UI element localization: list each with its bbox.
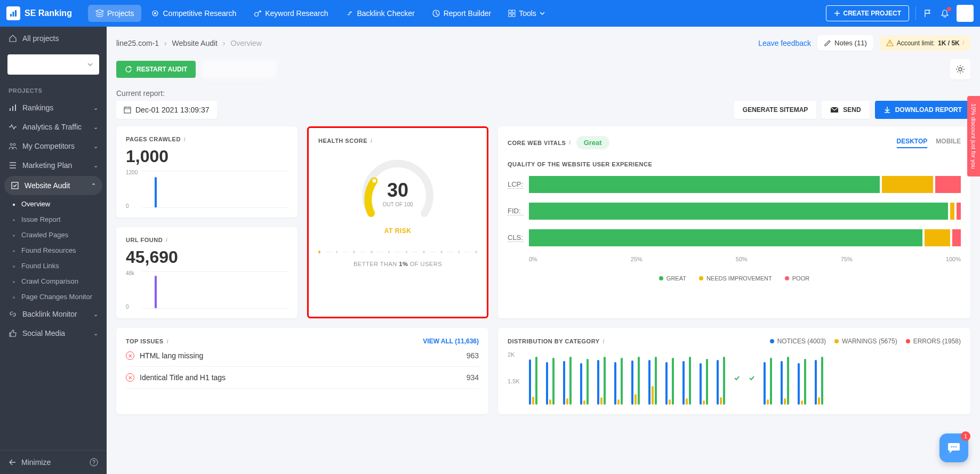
restart-audit-button[interactable]: RESTART AUDIT [116, 61, 196, 78]
project-select[interactable] [7, 54, 99, 75]
chat-icon [947, 441, 961, 454]
distribution-column [529, 351, 537, 405]
distribution-column [648, 351, 657, 405]
create-project-button[interactable]: CREATE PROJECT [826, 5, 909, 21]
distribution-column [815, 351, 823, 405]
sidebar-sub-page-changes[interactable]: Page Changes Monitor [0, 289, 107, 304]
cwv-mobile-tab[interactable]: MOBILE [936, 138, 961, 148]
svg-rect-0 [10, 14, 12, 17]
percentile-indicator [318, 251, 477, 253]
svg-rect-12 [12, 106, 13, 111]
cwv-desktop-tab[interactable]: DESKTOP [897, 138, 928, 148]
check-icon [749, 375, 755, 381]
cwv-metric-row: FID: [508, 203, 961, 220]
svg-point-14 [10, 143, 12, 146]
nav-tools[interactable]: Tools [501, 5, 552, 22]
cwv-metric-row: CLS: [508, 229, 961, 246]
check-icon [734, 375, 740, 381]
download-icon [883, 106, 891, 114]
cwv-legend: GREAT NEEDS IMPROVEMENT POOR [508, 275, 961, 282]
breadcrumb: line25.com-1 › Website Audit › Overview [116, 39, 262, 47]
svg-point-4 [154, 12, 156, 14]
info-icon[interactable]: i [603, 339, 605, 344]
chevron-down-icon [540, 12, 545, 15]
cwv-scale: 0%25%50%75%100% [508, 256, 961, 262]
info-icon[interactable]: i [166, 237, 167, 243]
svg-rect-7 [509, 10, 511, 13]
nav-report[interactable]: Report Builder [424, 5, 499, 22]
refresh-icon [125, 66, 132, 73]
health-status: AT RISK [384, 227, 412, 235]
notification-dot [947, 7, 951, 11]
svg-point-23 [951, 446, 953, 448]
distribution-column [563, 351, 572, 405]
pages-crawled-chart: 1200 0 [126, 171, 288, 208]
current-report-label: Current report: [116, 89, 217, 98]
chat-badge: 1 [961, 431, 970, 441]
generate-sitemap-button[interactable]: GENERATE SITEMAP [734, 101, 816, 119]
pages-crawled-card: PAGES CRAWLEDi 1,000 1200 0 [116, 126, 298, 218]
crumb-audit[interactable]: Website Audit [172, 39, 218, 47]
issue-row[interactable]: ✕Identical Title and H1 tags934 [126, 367, 479, 389]
sidebar-analytics[interactable]: Analytics & Traffic⌄ [0, 117, 107, 136]
nav-keyword[interactable]: Keyword Research [246, 5, 335, 22]
sidebar-social-media[interactable]: Social Media⌄ [0, 324, 107, 343]
info-icon[interactable]: i [371, 138, 372, 144]
gear-icon [955, 64, 966, 75]
notes-button[interactable]: Notes (11) [817, 35, 873, 51]
avatar[interactable] [957, 5, 974, 22]
flag-icon[interactable] [922, 8, 933, 19]
svg-rect-20 [124, 107, 131, 113]
cwv-metric-row: LCP: [508, 176, 961, 193]
discount-tab[interactable]: 10% discount just for you [967, 96, 980, 176]
info-icon[interactable]: i [167, 339, 168, 344]
sidebar-sub-issue-report[interactable]: Issue Report [0, 212, 107, 227]
svg-rect-13 [15, 105, 16, 111]
sidebar-sub-crawl-comparison[interactable]: Crawl Comparison [0, 274, 107, 289]
nav-competitive[interactable]: Competitive Research [143, 5, 244, 22]
chevron-down-icon [87, 63, 93, 66]
sidebar-all-projects[interactable]: All projects [0, 27, 107, 50]
issue-row[interactable]: ✕HTML lang missing963 [126, 345, 479, 367]
view-all-issues-link[interactable]: VIEW ALL (11,636) [423, 338, 479, 345]
audit-icon [11, 181, 19, 190]
nav-backlink[interactable]: Backlink Checker [338, 5, 422, 22]
sidebar-competitors[interactable]: My Competitors⌄ [0, 136, 107, 156]
svg-point-24 [953, 446, 955, 448]
send-button[interactable]: SEND [822, 101, 869, 119]
help-icon[interactable]: ? [90, 458, 98, 467]
leave-feedback-link[interactable]: Leave feedback [758, 39, 811, 47]
sidebar-marketing[interactable]: Marketing Plan⌄ [0, 156, 107, 175]
distribution-column [631, 351, 640, 405]
distribution-column [682, 351, 691, 405]
info-icon[interactable]: i [184, 136, 186, 142]
svg-point-22 [372, 178, 377, 183]
sidebar-sub-crawled-pages[interactable]: Crawled Pages [0, 227, 107, 243]
sidebar-sub-found-links[interactable]: Found Links [0, 258, 107, 274]
url-found-chart: 48k 0 [126, 271, 288, 309]
nav-projects[interactable]: Projects [88, 5, 142, 22]
report-date-select[interactable]: Dec-01 2021 13:09:37 [116, 101, 217, 119]
sidebar-minimize[interactable]: Minimize ? [0, 450, 107, 474]
thumbs-icon [9, 329, 17, 338]
crumb-project[interactable]: line25.com-1 [116, 39, 159, 47]
sidebar-rankings[interactable]: Rankings⌄ [0, 98, 107, 117]
svg-point-15 [13, 143, 15, 146]
svg-rect-1 [13, 12, 14, 17]
bell-icon[interactable] [939, 8, 950, 19]
info-icon[interactable]: i [569, 140, 571, 146]
calendar-icon [124, 106, 131, 114]
health-gauge: 30 OUT OF 100 [355, 155, 440, 224]
settings-button[interactable] [950, 59, 970, 79]
brand[interactable]: SE Ranking [6, 6, 72, 20]
sidebar-backlink-monitor[interactable]: Backlink Monitor⌄ [0, 304, 107, 324]
download-report-button[interactable]: DOWNLOAD REPORT [875, 101, 970, 119]
sidebar-website-audit[interactable]: Website Audit⌃ [4, 176, 102, 195]
sidebar-sub-overview[interactable]: Overview [0, 196, 107, 212]
svg-rect-11 [10, 108, 11, 111]
svg-rect-16 [12, 182, 18, 189]
sidebar-sub-found-resources[interactable]: Found Resources [0, 243, 107, 258]
chat-button[interactable]: 1 [939, 433, 968, 462]
arrow-left-icon [9, 459, 16, 465]
distribution-legend: NOTICES (4003) WARNINGS (5675) ERRORS (1… [770, 338, 961, 345]
